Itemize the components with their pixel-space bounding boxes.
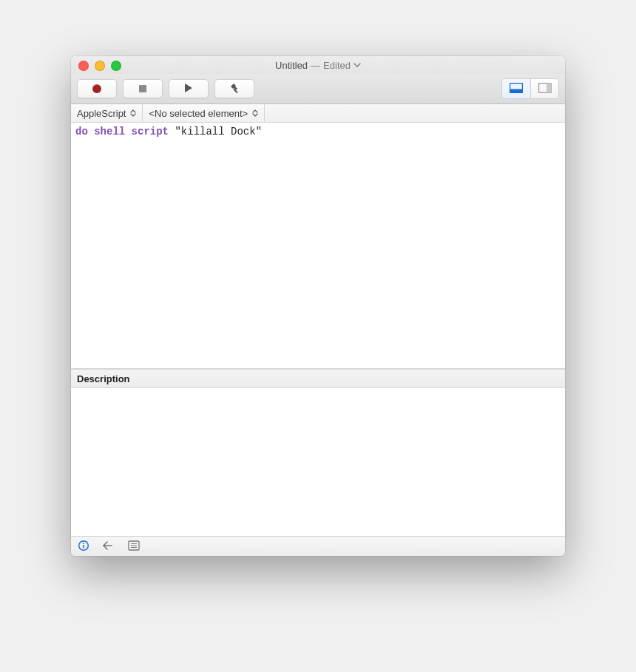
log-tab[interactable]	[127, 540, 141, 553]
record-icon	[92, 84, 101, 93]
svg-point-6	[83, 543, 84, 544]
play-icon	[184, 83, 193, 95]
description-header: Description	[71, 369, 565, 388]
info-tab[interactable]	[77, 540, 90, 553]
language-label: AppleScript	[77, 108, 126, 119]
results-bar	[71, 537, 565, 556]
script-editor-window: Untitled — Edited	[71, 56, 565, 556]
updown-icon	[252, 109, 258, 117]
window-title-sep: —	[311, 60, 320, 71]
title-bar[interactable]: Untitled — Edited	[71, 56, 565, 74]
language-selector[interactable]: AppleScript	[71, 104, 143, 122]
element-label: <No selected element>	[149, 108, 248, 119]
element-selector[interactable]: <No selected element>	[143, 104, 265, 122]
zoom-icon[interactable]	[111, 61, 121, 71]
run-button[interactable]	[169, 79, 209, 98]
show-side-pane-button[interactable]	[530, 79, 558, 98]
info-icon	[78, 540, 89, 554]
script-editor-pane[interactable]: do shell script "killall Dock"	[71, 123, 565, 369]
bottom-pane-icon	[510, 83, 523, 95]
result-tab[interactable]	[102, 540, 115, 553]
side-pane-icon	[538, 83, 552, 95]
close-icon[interactable]	[78, 61, 89, 71]
svg-rect-2	[510, 89, 523, 92]
navigator-bar: AppleScript <No selected element>	[71, 104, 565, 123]
window-title[interactable]: Untitled — Edited	[275, 60, 361, 71]
updown-icon	[130, 109, 136, 117]
toolbar	[71, 74, 565, 104]
stop-icon	[139, 85, 146, 92]
chevron-down-icon[interactable]	[353, 62, 361, 68]
svg-rect-4	[547, 83, 552, 92]
svg-rect-7	[83, 545, 84, 549]
compile-button[interactable]	[214, 79, 254, 98]
description-pane[interactable]	[71, 388, 565, 537]
show-result-pane-button[interactable]	[502, 79, 530, 98]
reply-icon	[102, 540, 115, 553]
stop-button[interactable]	[123, 79, 163, 98]
script-content: do shell script "killall Dock"	[71, 123, 565, 140]
hammer-icon	[229, 82, 240, 96]
window-title-status: Edited	[323, 60, 351, 71]
view-toggle	[501, 78, 559, 99]
token-keyword: do shell script	[75, 126, 169, 138]
traffic-lights	[78, 61, 121, 71]
log-icon	[128, 540, 140, 553]
description-header-label: Description	[77, 373, 130, 384]
token-string: "killall Dock"	[175, 126, 262, 138]
window-title-main: Untitled	[275, 60, 308, 71]
record-button[interactable]	[77, 79, 117, 98]
minimize-icon[interactable]	[95, 61, 105, 71]
